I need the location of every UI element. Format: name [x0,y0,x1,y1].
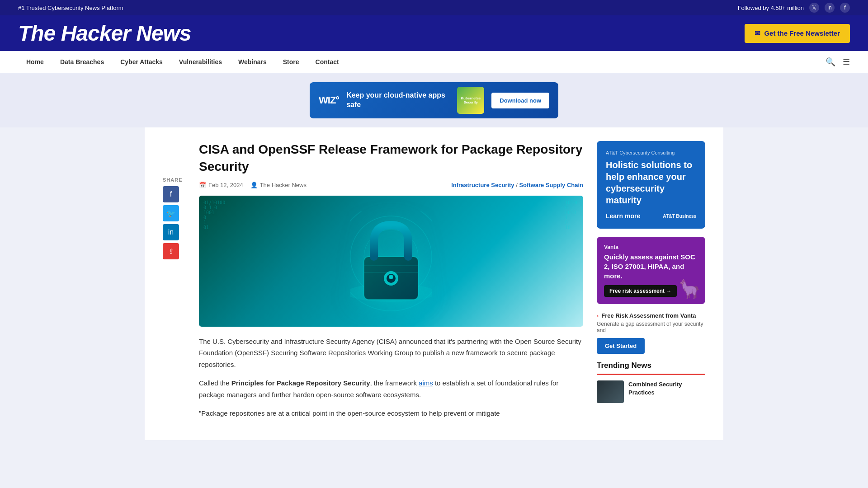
wiz-logo: WIZ° [319,94,339,106]
tag-infrastructure[interactable]: Infrastructure Security [451,182,514,188]
article-meta: 📅 Feb 12, 2024 👤 The Hacker News Infrast… [199,182,583,188]
nav-webinars[interactable]: Webinars [230,51,275,73]
att-ad-text: Holistic solutions to help enhance your … [606,159,696,206]
article-paragraph-3: "Package repositories are at a critical … [199,408,583,419]
article-author: 👤 The Hacker News [250,182,307,188]
share-linkedin-button[interactable]: in [163,224,179,240]
newsletter-button[interactable]: ✉ Get the Free Newsletter [745,24,850,43]
article: CISA and OpenSSF Release Framework for P… [199,141,583,427]
nav-icons: 🔍 ☰ [826,57,850,67]
lock-illustration [350,211,432,311]
tagline: #1 Trusted Cybersecurity News Platform [18,5,123,11]
trending-section: Trending News Combined Security Practice… [597,361,705,403]
svg-point-7 [389,275,393,279]
vanta-ad[interactable]: Vanta Quickly assess against SOC 2, ISO … [597,237,705,304]
top-bar-right: Followed by 4.50+ million 𝕏 in f [738,3,850,13]
nav-cyber-attacks[interactable]: Cyber Attacks [112,51,171,73]
facebook-icon[interactable]: f [840,3,850,13]
att-learn-more-button[interactable]: Learn more [606,212,640,220]
nav-links: Home Data Breaches Cyber Attacks Vulnera… [18,51,347,73]
vanta-brand: Vanta [604,244,698,250]
wiz-download-button[interactable]: Download now [491,93,549,108]
wiz-image: Kubernetes Security [457,87,484,114]
trending-thumbnail [597,380,624,403]
share-label: SHARE [163,177,185,183]
share-twitter-button[interactable]: 🐦 [163,205,179,221]
twitter-icon[interactable]: 𝕏 [809,3,819,13]
article-date: 📅 Feb 12, 2024 [199,182,243,188]
nav-home[interactable]: Home [18,51,52,73]
main-layout: SHARE f 🐦 in ⇪ CISA and OpenSSF Release … [145,127,723,440]
nav-vulnerabilities[interactable]: Vulnerabilities [171,51,230,73]
article-tags: Infrastructure Security / Software Suppl… [451,182,583,188]
author-icon: 👤 [250,182,258,188]
wiz-ad-text: Keep your cloud-native apps safe [346,91,450,110]
site-title[interactable]: The Hacker News [18,21,191,46]
wiz-ad[interactable]: WIZ° Keep your cloud-native apps safe Ku… [310,82,558,118]
article-hero-image: 01/101000 1 010010101 101000 100101010 [199,196,583,327]
nav-data-breaches[interactable]: Data Breaches [52,51,112,73]
share-other-button[interactable]: ⇪ [163,243,179,259]
site-header: The Hacker News ✉ Get the Free Newslette… [0,15,868,51]
email-icon: ✉ [755,29,760,38]
att-ad-label: AT&T Cybersecurity Consulting [606,150,696,155]
binary-decoration-left: 01/101000 1 010010101 [203,200,225,230]
article-title: CISA and OpenSSF Release Framework for P… [199,141,583,175]
article-paragraph-1: The U.S. Cybersecurity and Infrastructur… [199,336,583,371]
risk-desc: Generate a gap assessment of your securi… [597,321,705,333]
risk-arrow: › [597,312,599,319]
main-nav: Home Data Breaches Cyber Attacks Vulnera… [0,51,868,73]
risk-assessment-section: › Free Risk Assessment from Vanta Genera… [597,312,705,354]
binary-decoration-right: 101000 100101010 [565,200,579,230]
nav-contact[interactable]: Contact [307,51,347,73]
trending-title: Trending News [597,361,705,375]
article-body: The U.S. Cybersecurity and Infrastructur… [199,336,583,419]
top-bar: #1 Trusted Cybersecurity News Platform F… [0,0,868,15]
share-sidebar: SHARE f 🐦 in ⇪ [163,141,185,427]
att-ad[interactable]: AT&T Cybersecurity Consulting Holistic s… [597,141,705,229]
att-logo: AT&T Business [663,213,696,219]
vanta-cta-button[interactable]: Free risk assessment → [604,285,677,297]
tag-supply-chain[interactable]: Software Supply Chain [519,182,583,188]
right-sidebar: AT&T Cybersecurity Consulting Holistic s… [597,141,705,427]
article-meta-left: 📅 Feb 12, 2024 👤 The Hacker News [199,182,307,188]
risk-title: › Free Risk Assessment from Vanta [597,312,705,319]
followers-text: Followed by 4.50+ million [738,5,804,11]
share-facebook-button[interactable]: f [163,186,179,202]
article-paragraph-2: Called the Principles for Package Reposi… [199,377,583,400]
menu-button[interactable]: ☰ [843,57,850,67]
trending-item-text: Combined Security Practices [628,380,705,403]
trending-item[interactable]: Combined Security Practices [597,380,705,403]
vanta-mascot: 🦙 [678,278,701,300]
vanta-ad-text: Quickly assess against SOC 2, ISO 27001,… [604,252,698,281]
aims-link[interactable]: aims [419,379,433,387]
get-started-button[interactable]: Get Started [597,338,645,354]
linkedin-icon[interactable]: in [825,3,835,13]
search-button[interactable]: 🔍 [826,57,835,67]
calendar-icon: 📅 [199,182,206,188]
nav-store[interactable]: Store [275,51,307,73]
banner-ad-area: WIZ° Keep your cloud-native apps safe Ku… [0,73,868,127]
